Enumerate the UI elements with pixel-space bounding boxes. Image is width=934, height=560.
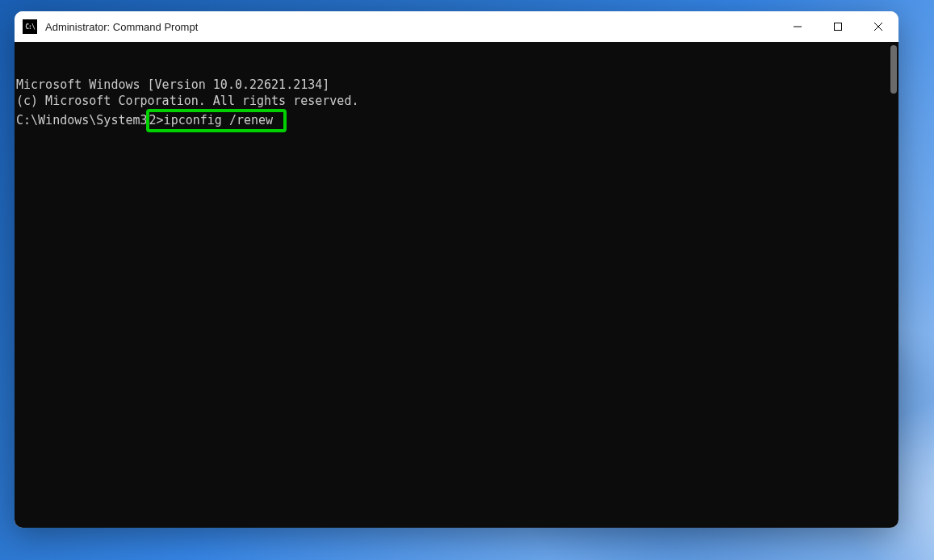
prompt-line: C:\Windows\System32>ipconfig /renew: [16, 109, 897, 132]
copyright-line: (c) Microsoft Corporation. All rights re…: [16, 93, 897, 109]
command-prompt-window: Administrator: Command Prompt Microsoft …: [15, 11, 898, 528]
maximize-button[interactable]: [818, 11, 858, 42]
version-line: Microsoft Windows [Version 10.0.22621.21…: [16, 77, 897, 93]
close-button[interactable]: [858, 11, 898, 42]
window-title: Administrator: Command Prompt: [45, 21, 777, 33]
terminal-output[interactable]: Microsoft Windows [Version 10.0.22621.21…: [15, 42, 898, 528]
cmd-icon: [23, 19, 37, 34]
scrollbar-thumb[interactable]: [890, 45, 897, 94]
minimize-button[interactable]: [777, 11, 818, 42]
svg-rect-1: [835, 23, 842, 31]
prompt-path: C:\Windows\System3: [16, 113, 148, 127]
titlebar[interactable]: Administrator: Command Prompt: [15, 11, 898, 42]
window-controls: [777, 11, 898, 42]
highlighted-command: 2>ipconfig /renew: [146, 109, 287, 132]
